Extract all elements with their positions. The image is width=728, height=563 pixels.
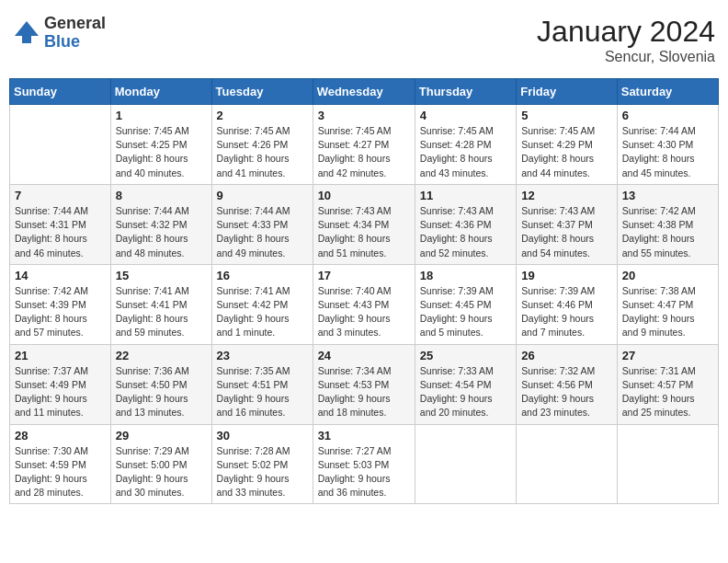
calendar-cell: 22Sunrise: 7:36 AM Sunset: 4:50 PM Dayli… [110, 344, 211, 424]
calendar-week-row: 1Sunrise: 7:45 AM Sunset: 4:25 PM Daylig… [10, 105, 719, 185]
day-number: 26 [521, 349, 612, 362]
day-number: 10 [318, 189, 410, 202]
calendar-cell: 7Sunrise: 7:44 AM Sunset: 4:31 PM Daylig… [10, 184, 111, 264]
calendar-cell: 29Sunrise: 7:29 AM Sunset: 5:00 PM Dayli… [110, 424, 211, 504]
day-info: Sunrise: 7:39 AM Sunset: 4:46 PM Dayligh… [521, 284, 612, 340]
calendar-cell: 18Sunrise: 7:39 AM Sunset: 4:45 PM Dayli… [415, 264, 516, 344]
day-number: 15 [116, 269, 207, 282]
weekday-header: Friday [517, 79, 618, 105]
calendar-cell: 30Sunrise: 7:28 AM Sunset: 5:02 PM Dayli… [211, 424, 313, 504]
day-info: Sunrise: 7:32 AM Sunset: 4:56 PM Dayligh… [521, 364, 612, 420]
day-number: 13 [622, 189, 713, 202]
logo-blue-text: Blue [44, 33, 106, 52]
calendar-cell: 10Sunrise: 7:43 AM Sunset: 4:34 PM Dayli… [313, 184, 415, 264]
calendar-cell: 11Sunrise: 7:43 AM Sunset: 4:36 PM Dayli… [415, 184, 516, 264]
day-number: 2 [217, 109, 308, 122]
day-info: Sunrise: 7:29 AM Sunset: 5:00 PM Dayligh… [116, 444, 207, 500]
calendar-cell: 6Sunrise: 7:44 AM Sunset: 4:30 PM Daylig… [617, 105, 718, 185]
calendar-cell: 17Sunrise: 7:40 AM Sunset: 4:43 PM Dayli… [313, 264, 415, 344]
day-info: Sunrise: 7:45 AM Sunset: 4:25 PM Dayligh… [116, 124, 207, 180]
calendar-cell: 14Sunrise: 7:42 AM Sunset: 4:39 PM Dayli… [10, 264, 111, 344]
day-number: 6 [622, 109, 713, 122]
calendar-week-row: 28Sunrise: 7:30 AM Sunset: 4:59 PM Dayli… [10, 424, 719, 504]
day-info: Sunrise: 7:37 AM Sunset: 4:49 PM Dayligh… [15, 364, 106, 420]
day-info: Sunrise: 7:34 AM Sunset: 4:53 PM Dayligh… [318, 364, 410, 420]
logo-general-text: General [44, 15, 106, 33]
calendar-week-row: 7Sunrise: 7:44 AM Sunset: 4:31 PM Daylig… [10, 184, 719, 264]
calendar-cell: 8Sunrise: 7:44 AM Sunset: 4:32 PM Daylig… [110, 184, 211, 264]
calendar-cell: 15Sunrise: 7:41 AM Sunset: 4:41 PM Dayli… [110, 264, 211, 344]
day-info: Sunrise: 7:36 AM Sunset: 4:50 PM Dayligh… [116, 364, 207, 420]
day-info: Sunrise: 7:41 AM Sunset: 4:42 PM Dayligh… [217, 284, 308, 340]
calendar-cell: 23Sunrise: 7:35 AM Sunset: 4:51 PM Dayli… [211, 344, 313, 424]
day-number: 7 [15, 189, 106, 202]
day-number: 8 [116, 189, 207, 202]
calendar-cell: 28Sunrise: 7:30 AM Sunset: 4:59 PM Dayli… [10, 424, 111, 504]
title-block: January 2024 Sencur, Slovenia [537, 15, 715, 65]
day-info: Sunrise: 7:41 AM Sunset: 4:41 PM Dayligh… [116, 284, 207, 340]
day-info: Sunrise: 7:44 AM Sunset: 4:32 PM Dayligh… [116, 204, 207, 260]
logo: General Blue [13, 15, 106, 52]
day-number: 4 [420, 109, 511, 122]
day-info: Sunrise: 7:42 AM Sunset: 4:39 PM Dayligh… [15, 284, 106, 340]
day-number: 5 [521, 109, 612, 122]
calendar-cell: 4Sunrise: 7:45 AM Sunset: 4:28 PM Daylig… [415, 105, 516, 185]
day-info: Sunrise: 7:43 AM Sunset: 4:34 PM Dayligh… [318, 204, 410, 260]
weekday-header: Tuesday [211, 79, 313, 105]
calendar-cell: 27Sunrise: 7:31 AM Sunset: 4:57 PM Dayli… [617, 344, 718, 424]
day-info: Sunrise: 7:39 AM Sunset: 4:45 PM Dayligh… [420, 284, 511, 340]
day-number: 3 [318, 109, 410, 122]
day-number: 18 [420, 269, 511, 282]
calendar-cell: 3Sunrise: 7:45 AM Sunset: 4:27 PM Daylig… [313, 105, 415, 185]
day-number: 25 [420, 349, 511, 362]
day-info: Sunrise: 7:28 AM Sunset: 5:02 PM Dayligh… [217, 444, 308, 500]
day-info: Sunrise: 7:44 AM Sunset: 4:31 PM Dayligh… [15, 204, 106, 260]
day-number: 9 [217, 189, 308, 202]
calendar-cell: 2Sunrise: 7:45 AM Sunset: 4:26 PM Daylig… [211, 105, 313, 185]
calendar-week-row: 21Sunrise: 7:37 AM Sunset: 4:49 PM Dayli… [10, 344, 719, 424]
day-number: 24 [318, 349, 410, 362]
day-number: 22 [116, 349, 207, 362]
calendar-cell: 19Sunrise: 7:39 AM Sunset: 4:46 PM Dayli… [517, 264, 618, 344]
calendar-week-row: 14Sunrise: 7:42 AM Sunset: 4:39 PM Dayli… [10, 264, 719, 344]
logo-icon [13, 19, 40, 47]
calendar-cell: 21Sunrise: 7:37 AM Sunset: 4:49 PM Dayli… [10, 344, 111, 424]
day-number: 27 [622, 349, 713, 362]
day-info: Sunrise: 7:31 AM Sunset: 4:57 PM Dayligh… [622, 364, 713, 420]
calendar-cell: 26Sunrise: 7:32 AM Sunset: 4:56 PM Dayli… [517, 344, 618, 424]
day-number: 30 [217, 429, 308, 442]
day-number: 20 [622, 269, 713, 282]
weekday-header: Thursday [415, 79, 516, 105]
day-info: Sunrise: 7:30 AM Sunset: 4:59 PM Dayligh… [15, 444, 106, 500]
day-number: 21 [15, 349, 106, 362]
day-number: 14 [15, 269, 106, 282]
calendar-cell: 31Sunrise: 7:27 AM Sunset: 5:03 PM Dayli… [313, 424, 415, 504]
calendar-cell: 12Sunrise: 7:43 AM Sunset: 4:37 PM Dayli… [517, 184, 618, 264]
day-number: 28 [15, 429, 106, 442]
day-info: Sunrise: 7:45 AM Sunset: 4:27 PM Dayligh… [318, 124, 410, 180]
page-header: General Blue January 2024 Sencur, Sloven… [9, 9, 719, 71]
calendar-cell: 16Sunrise: 7:41 AM Sunset: 4:42 PM Dayli… [211, 264, 313, 344]
calendar-cell [10, 105, 111, 185]
day-number: 16 [217, 269, 308, 282]
calendar-cell: 25Sunrise: 7:33 AM Sunset: 4:54 PM Dayli… [415, 344, 516, 424]
calendar-cell: 5Sunrise: 7:45 AM Sunset: 4:29 PM Daylig… [517, 105, 618, 185]
calendar-cell: 9Sunrise: 7:44 AM Sunset: 4:33 PM Daylig… [211, 184, 313, 264]
day-info: Sunrise: 7:35 AM Sunset: 4:51 PM Dayligh… [217, 364, 308, 420]
day-info: Sunrise: 7:42 AM Sunset: 4:38 PM Dayligh… [622, 204, 713, 260]
calendar-cell: 20Sunrise: 7:38 AM Sunset: 4:47 PM Dayli… [617, 264, 718, 344]
day-info: Sunrise: 7:43 AM Sunset: 4:36 PM Dayligh… [420, 204, 511, 260]
svg-rect-1 [22, 36, 31, 43]
calendar-cell: 13Sunrise: 7:42 AM Sunset: 4:38 PM Dayli… [617, 184, 718, 264]
day-info: Sunrise: 7:38 AM Sunset: 4:47 PM Dayligh… [622, 284, 713, 340]
day-info: Sunrise: 7:43 AM Sunset: 4:37 PM Dayligh… [521, 204, 612, 260]
day-number: 12 [521, 189, 612, 202]
day-number: 29 [116, 429, 207, 442]
weekday-header: Wednesday [313, 79, 415, 105]
day-number: 11 [420, 189, 511, 202]
location: Sencur, Slovenia [537, 49, 715, 65]
calendar-cell [517, 424, 618, 504]
weekday-header: Saturday [617, 79, 718, 105]
day-info: Sunrise: 7:40 AM Sunset: 4:43 PM Dayligh… [318, 284, 410, 340]
day-number: 23 [217, 349, 308, 362]
